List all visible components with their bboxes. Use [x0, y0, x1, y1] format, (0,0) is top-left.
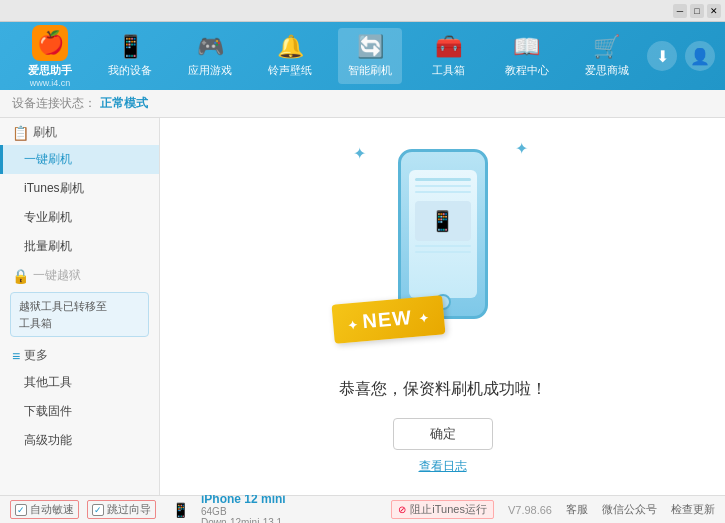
phone-body: 📱	[398, 149, 488, 319]
smart-flash-icon: 🔄	[357, 34, 384, 60]
auto-speed-label: 自动敏速	[30, 502, 74, 517]
main-layout: 📋 刷机 一键刷机 iTunes刷机 专业刷机 批量刷机 🔒 一键越狱 越狱工具…	[0, 118, 725, 495]
flash-section-icon: 📋	[12, 125, 29, 141]
nav-ringtones-label: 铃声壁纸	[268, 63, 312, 78]
customer-service-link[interactable]: 客服	[566, 502, 588, 517]
tutorial-icon: 📖	[513, 34, 540, 60]
my-device-icon: 📱	[117, 34, 144, 60]
nav-toolbox[interactable]: 🧰 工具箱	[419, 28, 479, 84]
sidebar-item-other-tools[interactable]: 其他工具	[0, 368, 159, 397]
skip-wizard-cb-box: ✓	[92, 504, 104, 516]
mall-icon: 🛒	[593, 34, 620, 60]
nav-mall[interactable]: 🛒 爱思商城	[575, 28, 639, 84]
check-update-link[interactable]: 检查更新	[671, 502, 715, 517]
nav-my-device-label: 我的设备	[108, 63, 152, 78]
nav-apps-games[interactable]: 🎮 应用游戏	[178, 28, 242, 84]
view-diary-link[interactable]: 查看日志	[419, 458, 467, 475]
sidebar-section-more: ≡ 更多	[0, 341, 159, 368]
content-area: ✦ ✦ ✦ 📱 NEW	[160, 118, 725, 495]
apps-games-icon: 🎮	[197, 34, 224, 60]
nav-ringtones[interactable]: 🔔 铃声壁纸	[258, 28, 322, 84]
lock-icon: 🔒	[12, 268, 29, 284]
sidebar-item-one-click-flash[interactable]: 一键刷机	[0, 145, 159, 174]
header: 🍎 爱思助手 www.i4.cn 📱 我的设备 🎮 应用游戏 🔔 铃声壁纸 🔄 …	[0, 22, 725, 90]
logo-icon: 🍎	[32, 25, 68, 61]
status-label: 设备连接状态：	[12, 95, 96, 112]
itunes-label: 阻止iTunes运行	[410, 502, 487, 517]
device-version: Down-12mini-13,1	[201, 517, 286, 524]
jailbreak-notice: 越狱工具已转移至 工具箱	[10, 292, 149, 337]
auto-speed-cb-box: ✓	[15, 504, 27, 516]
confirm-button[interactable]: 确定	[393, 418, 493, 450]
device-capacity: 64GB	[201, 506, 286, 517]
ringtones-icon: 🔔	[277, 34, 304, 60]
flash-section-label: 刷机	[33, 124, 57, 141]
download-button[interactable]: ⬇	[647, 41, 677, 71]
nav-smart-flash-label: 智能刷机	[348, 63, 392, 78]
sidebar: 📋 刷机 一键刷机 iTunes刷机 专业刷机 批量刷机 🔒 一键越狱 越狱工具…	[0, 118, 160, 495]
skip-wizard-label: 跳过向导	[107, 502, 151, 517]
sparkle-tr: ✦	[515, 139, 528, 158]
nav-right: ⬇ 👤	[647, 41, 715, 71]
logo-icon-text: 🍎	[37, 30, 64, 56]
user-button[interactable]: 👤	[685, 41, 715, 71]
stop-icon: ⊘	[398, 504, 406, 515]
sidebar-item-advanced-features[interactable]: 高级功能	[0, 426, 159, 455]
sidebar-item-itunes-flash[interactable]: iTunes刷机	[0, 174, 159, 203]
phone-illustration: ✦ ✦ ✦ 📱 NEW	[343, 139, 543, 359]
title-bar: ─ □ ✕	[0, 0, 725, 22]
nav-smart-flash[interactable]: 🔄 智能刷机	[338, 28, 402, 84]
maximize-button[interactable]: □	[690, 4, 704, 18]
nav-items: 📱 我的设备 🎮 应用游戏 🔔 铃声壁纸 🔄 智能刷机 🧰 工具箱 📖 教程中心…	[90, 28, 647, 84]
wechat-official-link[interactable]: 微信公众号	[602, 502, 657, 517]
status-bar: 设备连接状态： 正常模式	[0, 90, 725, 118]
bottom-right: ⊘ 阻止iTunes运行 V7.98.66 客服 微信公众号 检查更新	[391, 500, 715, 519]
skip-wizard-checkbox[interactable]: ✓ 跳过向导	[87, 500, 156, 519]
sidebar-section-jailbreak: 🔒 一键越狱	[0, 261, 159, 288]
sidebar-item-batch-flash[interactable]: 批量刷机	[0, 232, 159, 261]
auto-speed-checkbox[interactable]: ✓ 自动敏速	[10, 500, 79, 519]
sidebar-section-flash: 📋 刷机	[0, 118, 159, 145]
bottom-bar: ✓ 自动敏速 ✓ 跳过向导 📱 iPhone 12 mini 64GB Down…	[0, 495, 725, 523]
sidebar-item-download-firmware[interactable]: 下载固件	[0, 397, 159, 426]
logo: 🍎 爱思助手 www.i4.cn	[10, 25, 90, 88]
bottom-left: ✓ 自动敏速 ✓ 跳过向导 📱 iPhone 12 mini 64GB Down…	[10, 492, 391, 524]
toolbox-icon: 🧰	[435, 34, 462, 60]
nav-my-device[interactable]: 📱 我的设备	[98, 28, 162, 84]
jailbreak-section-label: 一键越狱	[33, 267, 81, 284]
version-label: V7.98.66	[508, 504, 552, 516]
nav-tutorial-label: 教程中心	[505, 63, 549, 78]
minimize-button[interactable]: ─	[673, 4, 687, 18]
new-badge: NEW	[331, 295, 445, 343]
device-icon: 📱	[172, 502, 189, 518]
nav-mall-label: 爱思商城	[585, 63, 629, 78]
nav-toolbox-label: 工具箱	[432, 63, 465, 78]
nav-apps-games-label: 应用游戏	[188, 63, 232, 78]
nav-tutorial[interactable]: 📖 教程中心	[495, 28, 559, 84]
status-value: 正常模式	[100, 95, 148, 112]
phone-screen: 📱	[409, 170, 477, 298]
device-info: iPhone 12 mini 64GB Down-12mini-13,1	[201, 492, 286, 524]
itunes-running-button[interactable]: ⊘ 阻止iTunes运行	[391, 500, 494, 519]
more-section-label: 更多	[24, 347, 48, 364]
logo-name: 爱思助手	[28, 63, 72, 78]
logo-url: www.i4.cn	[30, 78, 71, 88]
close-button[interactable]: ✕	[707, 4, 721, 18]
success-message: 恭喜您，保资料刷机成功啦！	[339, 379, 547, 400]
sparkle-tl: ✦	[353, 144, 366, 163]
more-section-icon: ≡	[12, 348, 20, 364]
sidebar-item-pro-flash[interactable]: 专业刷机	[0, 203, 159, 232]
